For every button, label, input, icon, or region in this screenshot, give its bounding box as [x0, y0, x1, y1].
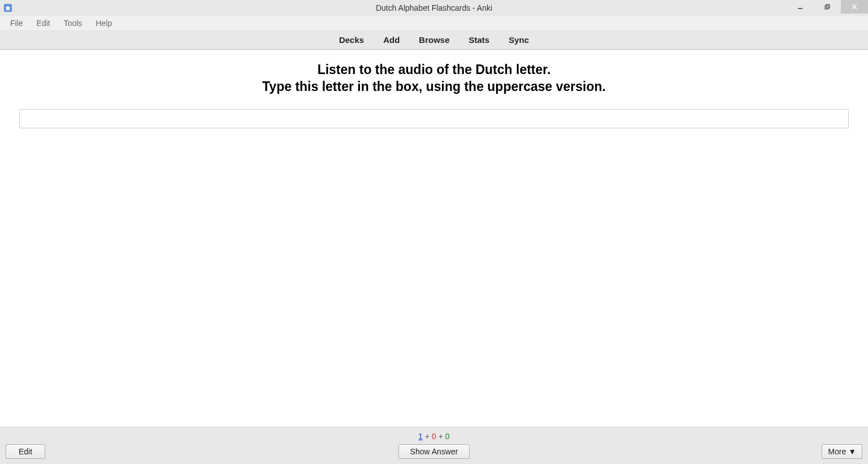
tab-stats[interactable]: Stats: [469, 35, 490, 45]
window-title: Dutch Alphabet Flashcards - Anki: [376, 3, 492, 12]
card-content: Listen to the audio of the Dutch letter.…: [0, 50, 868, 427]
maximize-button[interactable]: [814, 0, 841, 14]
tab-sync[interactable]: Sync: [509, 35, 529, 45]
bottombar: 1 + 0 + 0 Edit Show Answer More ▼: [0, 427, 868, 464]
prompt-line-1: Listen to the audio of the Dutch letter.: [262, 62, 606, 79]
stat-learn-count: 0: [432, 432, 436, 441]
review-stats: 1 + 0 + 0: [418, 432, 449, 441]
edit-button[interactable]: Edit: [6, 444, 45, 459]
menu-help[interactable]: Help: [89, 18, 119, 29]
stat-separator-1: +: [423, 432, 432, 441]
tab-add[interactable]: Add: [383, 35, 400, 45]
tab-decks[interactable]: Decks: [339, 35, 364, 45]
menubar: File Edit Tools Help: [0, 16, 868, 31]
menu-edit[interactable]: Edit: [30, 18, 57, 29]
svg-rect-4: [826, 5, 830, 8]
stat-separator-2: +: [436, 432, 445, 441]
svg-rect-3: [825, 6, 828, 9]
prompt-line-2: Type this letter in the box, using the u…: [262, 79, 606, 96]
stat-new-count: 1: [418, 432, 423, 441]
titlebar: Dutch Alphabet Flashcards - Anki: [0, 0, 868, 16]
tab-browse[interactable]: Browse: [419, 35, 449, 45]
tabbar: Decks Add Browse Stats Sync: [0, 31, 868, 50]
more-button[interactable]: More ▼: [822, 444, 862, 459]
minimize-button[interactable]: [787, 0, 814, 14]
stat-review-count: 0: [445, 432, 450, 441]
menu-tools[interactable]: Tools: [57, 18, 89, 29]
window-controls: [787, 0, 868, 14]
bottom-button-row: Edit Show Answer More ▼: [0, 444, 868, 459]
close-button[interactable]: [841, 0, 868, 14]
app-icon: [3, 3, 12, 12]
answer-input[interactable]: [19, 109, 849, 128]
card-prompt: Listen to the audio of the Dutch letter.…: [262, 62, 606, 96]
menu-file[interactable]: File: [3, 18, 30, 29]
show-answer-button[interactable]: Show Answer: [398, 444, 470, 459]
